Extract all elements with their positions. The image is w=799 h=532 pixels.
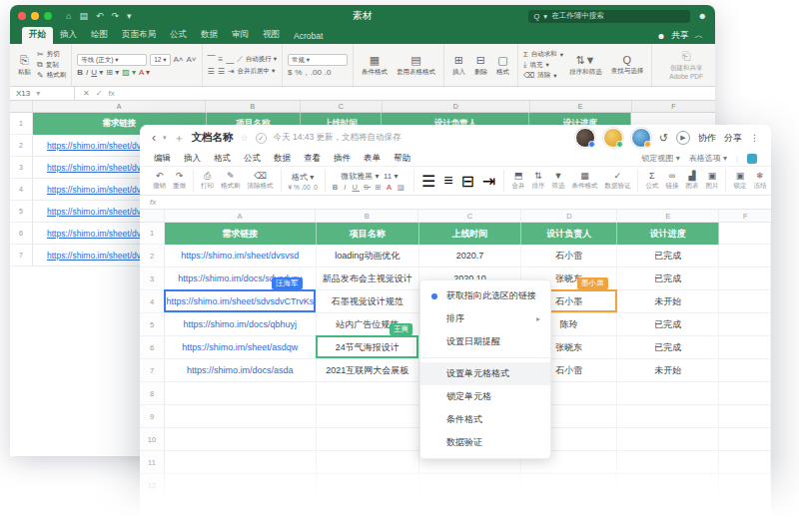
tab-acrobat[interactable]: Acrobat bbox=[287, 29, 330, 44]
column-header-a[interactable]: A bbox=[33, 101, 207, 112]
new-doc-button[interactable]: ＋ bbox=[174, 131, 185, 146]
tab-data[interactable]: 数据 bbox=[194, 27, 225, 44]
empty-cell[interactable] bbox=[521, 474, 617, 497]
undo-icon[interactable]: ↶ bbox=[96, 11, 104, 21]
row-number[interactable]: 13 bbox=[140, 497, 165, 520]
row-number[interactable]: 2 bbox=[10, 135, 33, 157]
empty-cell[interactable] bbox=[617, 428, 719, 451]
format-cells-button[interactable]: ▢ 格式 bbox=[493, 54, 512, 77]
empty-cell[interactable] bbox=[719, 428, 771, 451]
requirement-link[interactable]: https://shimo.im/sheet/dvs bbox=[47, 207, 145, 217]
requirement-link[interactable]: https://shimo.im/sheet/dvs bbox=[47, 163, 145, 173]
merge-center-button[interactable]: 合并后居中 ▾ bbox=[238, 67, 276, 76]
decrease-font-icon[interactable]: A˅ bbox=[187, 55, 197, 64]
column-header-c[interactable]: C bbox=[301, 101, 383, 112]
requirement-link[interactable]: https://shimo.im/sheet/dvsvsd bbox=[181, 251, 299, 261]
empty-cell[interactable] bbox=[719, 382, 771, 405]
underline-button[interactable]: U ▾ bbox=[91, 68, 103, 77]
menu-plugins[interactable]: 插件 bbox=[334, 153, 351, 165]
align-top-icon[interactable]: ⎺ bbox=[208, 55, 216, 65]
sort-filter-button[interactable]: ⇅▼ 排序和筛选 bbox=[566, 54, 605, 77]
copy-button[interactable]: ⧉复制 bbox=[37, 60, 66, 70]
font-color-button[interactable]: A ▾ bbox=[139, 68, 150, 77]
tab-review[interactable]: 审阅 bbox=[225, 27, 256, 44]
menu-view[interactable]: 查看 bbox=[304, 153, 321, 165]
borders-button[interactable]: ⊞ ▾ bbox=[106, 68, 119, 77]
minimize-button[interactable] bbox=[31, 12, 39, 20]
decrease-decimal-icon[interactable]: .0 bbox=[312, 184, 317, 191]
account-avatar[interactable]: ☻ bbox=[698, 11, 707, 21]
font-name-select[interactable]: 等线 (正文) ▾ bbox=[77, 54, 147, 66]
increase-decimal-icon[interactable]: .00 bbox=[311, 68, 322, 77]
align-left-icon[interactable]: ☰ bbox=[208, 67, 215, 76]
tab-insert[interactable]: 插入 bbox=[53, 27, 84, 44]
name-box[interactable]: X13▾ bbox=[10, 87, 75, 100]
insert-chart-button[interactable]: ▟图表 bbox=[685, 171, 698, 191]
confirm-icon[interactable]: ✓ bbox=[96, 89, 103, 98]
column-header-c[interactable]: C bbox=[418, 210, 521, 222]
empty-cell[interactable] bbox=[719, 474, 771, 497]
header-cell[interactable]: 设计负责人 bbox=[521, 223, 617, 245]
formula-button[interactable]: Σ公式 bbox=[645, 171, 658, 191]
select-all-corner[interactable] bbox=[10, 101, 33, 112]
menu-item-cell-format[interactable]: 设置单元格格式 bbox=[420, 362, 550, 385]
caret-down-icon[interactable]: ▾ bbox=[163, 134, 167, 142]
menu-item-get-link[interactable]: 获取指向此选区的链接 bbox=[420, 284, 550, 307]
print-button[interactable]: ⎙打印 bbox=[201, 171, 214, 191]
menu-forms[interactable]: 表单 bbox=[364, 153, 381, 165]
select-all-corner[interactable] bbox=[140, 210, 165, 222]
percent-format-icon[interactable]: % bbox=[295, 68, 302, 77]
requirement-link[interactable]: https://shimo.im/sheet/dvs bbox=[47, 251, 145, 261]
empty-cell[interactable] bbox=[165, 497, 317, 520]
project-cell[interactable]: 2021互联网大会展板 bbox=[317, 359, 419, 382]
header-cell[interactable]: 设计进度 bbox=[617, 223, 719, 245]
empty-cell[interactable] bbox=[719, 267, 771, 290]
align-left-icon[interactable]: ☰ bbox=[421, 172, 436, 191]
paste-button[interactable]: ⎘ 粘贴 bbox=[15, 54, 34, 77]
conditional-format-button[interactable]: ▦条件格式 bbox=[571, 171, 597, 191]
filter-button[interactable]: ▼筛选 bbox=[551, 171, 564, 191]
row-number[interactable]: 4 bbox=[10, 179, 33, 201]
conditional-formatting-button[interactable]: ▦ 条件格式 bbox=[359, 54, 391, 77]
status-cell[interactable]: 未开始 bbox=[617, 359, 719, 382]
share-button[interactable]: 共享 bbox=[672, 30, 689, 42]
empty-cell[interactable] bbox=[719, 223, 771, 245]
header-cell[interactable]: 项目名称 bbox=[317, 223, 419, 245]
doc-title[interactable]: 文档名称 bbox=[192, 131, 234, 145]
empty-cell[interactable] bbox=[317, 405, 419, 428]
empty-cell[interactable] bbox=[719, 405, 771, 428]
header-cell[interactable]: 上线时间 bbox=[419, 223, 522, 245]
wrap-text-button[interactable]: 自动换行 ▾ bbox=[246, 55, 277, 64]
empty-cell[interactable] bbox=[719, 313, 771, 336]
font-name-select[interactable]: 微软雅黑 bbox=[341, 172, 373, 181]
project-cell[interactable]: loading动画优化 bbox=[317, 245, 419, 267]
empty-cell[interactable] bbox=[617, 405, 719, 428]
row-number[interactable]: 3 bbox=[140, 267, 165, 290]
menu-item-data-validation[interactable]: 数据验证 bbox=[420, 431, 550, 454]
format-painter-button[interactable]: ✎格式刷 bbox=[221, 171, 241, 191]
row-number[interactable]: 8 bbox=[140, 382, 165, 405]
row-number[interactable]: 11 bbox=[140, 451, 165, 474]
empty-cell[interactable] bbox=[719, 336, 771, 359]
row-number[interactable]: 3 bbox=[10, 157, 33, 179]
back-button[interactable]: ‹ bbox=[152, 131, 156, 145]
redo-button[interactable]: ↷重做 bbox=[173, 171, 186, 191]
find-select-button[interactable]: Q 查找与选择 bbox=[608, 54, 647, 76]
cut-button[interactable]: ✂剪切 bbox=[37, 50, 66, 59]
decrease-decimal-icon[interactable]: .0 bbox=[325, 68, 332, 77]
indent-icon[interactable]: ⇥ bbox=[228, 67, 235, 76]
row-number[interactable]: 1 bbox=[140, 223, 165, 245]
empty-cell[interactable] bbox=[165, 451, 317, 474]
tab-home[interactable]: 开始 bbox=[22, 27, 53, 44]
bold-button[interactable]: B bbox=[333, 183, 340, 192]
number-format-select[interactable]: 格式 ▾ ¥ % .00 .0 bbox=[289, 172, 318, 191]
menu-insert[interactable]: 插入 bbox=[184, 153, 201, 165]
adobe-pdf-button[interactable]: ⎗ 创建和共享 Adobe PDF bbox=[657, 50, 715, 80]
collaborator-avatar[interactable] bbox=[603, 128, 623, 148]
caret-down-icon[interactable]: ▾ bbox=[127, 11, 132, 21]
tab-formulas[interactable]: 公式 bbox=[163, 27, 194, 44]
collaborator-avatar[interactable] bbox=[631, 128, 651, 148]
insert-cells-button[interactable]: ⊞ 插入 bbox=[449, 54, 468, 77]
empty-cell[interactable] bbox=[719, 451, 771, 474]
status-cell[interactable]: 已完成 bbox=[617, 267, 719, 290]
